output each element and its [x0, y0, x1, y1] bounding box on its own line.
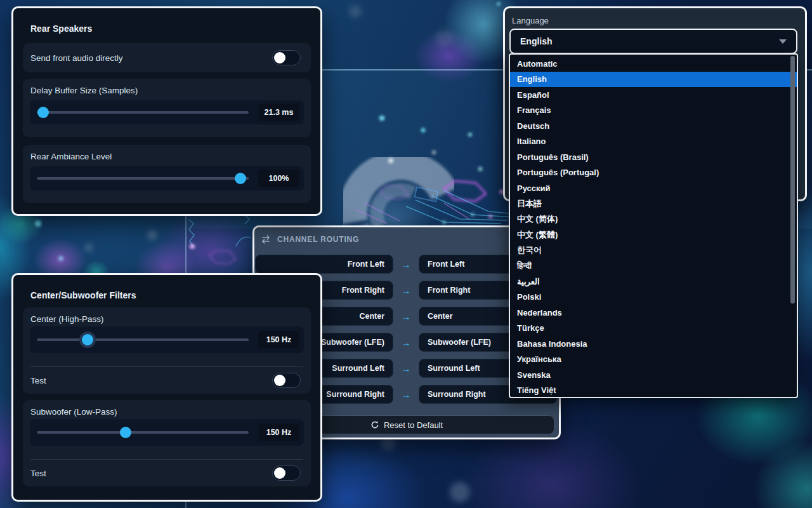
rear-speakers-title: Rear Speakers [30, 23, 92, 34]
language-option[interactable]: Español [510, 87, 797, 103]
center-highpass-slider-thumb[interactable] [82, 334, 93, 345]
rear-ambiance-value: 100% [258, 170, 299, 187]
language-option[interactable]: Русский [510, 180, 797, 196]
rear-ambiance-slider-thumb[interactable] [235, 173, 246, 184]
language-option[interactable]: Deutsch [510, 118, 797, 134]
routing-arrow-icon: → [396, 255, 416, 274]
subwoofer-test-label: Test [30, 469, 46, 478]
language-select[interactable]: English [509, 29, 797, 54]
center-highpass-slider[interactable] [37, 338, 249, 341]
language-option[interactable]: Português (Portugal) [510, 165, 797, 181]
language-option[interactable]: Polski [510, 290, 797, 305]
subwoofer-test-toggle[interactable] [272, 465, 301, 481]
language-option[interactable]: Українська [510, 352, 797, 368]
center-highpass-label: Center (High-Pass) [30, 314, 104, 324]
subwoofer-lowpass-slider[interactable] [37, 431, 249, 434]
toggle-knob [274, 375, 285, 386]
delay-buffer-value: 21.3 ms [258, 104, 299, 121]
routing-arrow-icon: → [396, 385, 416, 404]
language-option[interactable]: Svenska [510, 367, 797, 383]
delay-buffer-label: Delay Buffer Size (Samples) [30, 86, 138, 95]
filters-title: Center/Subwoofer Filters [30, 290, 136, 300]
divider [30, 459, 303, 460]
language-option[interactable]: العربية [510, 274, 797, 290]
language-option[interactable]: Tiếng Việt [510, 383, 797, 399]
language-option[interactable]: 中文 (简体) [510, 211, 797, 227]
subwoofer-test-row: Test [23, 461, 311, 485]
delay-buffer-slider[interactable] [37, 111, 249, 114]
channel-routing-header: CHANNEL ROUTING [260, 234, 359, 245]
send-front-audio-row: Send front audio directly [23, 43, 311, 72]
send-front-audio-label: Send front audio directly [30, 53, 123, 63]
rear-ambiance-slider[interactable] [37, 177, 249, 180]
routing-arrow-icon: → [396, 307, 416, 326]
language-option[interactable]: Nederlands [510, 305, 797, 321]
delay-buffer-card: Delay Buffer Size (Samples) 21.3 ms [23, 79, 311, 137]
routing-arrow-icon: → [396, 333, 416, 352]
send-front-audio-toggle[interactable] [272, 50, 301, 65]
language-dropdown-list: AutomaticEnglishEspañolFrançaisDeutschIt… [509, 53, 798, 398]
routing-arrow-icon: → [396, 281, 416, 300]
subwoofer-lowpass-slider-thumb[interactable] [120, 427, 131, 438]
toggle-knob [274, 467, 285, 479]
center-highpass-slider-box: 150 Hz [30, 326, 304, 353]
subwoofer-lowpass-card: Subwoofer (Low-Pass) 150 Hz Test [23, 400, 311, 486]
language-option[interactable]: हिन्दी [510, 258, 797, 274]
language-selected-value: English [520, 36, 553, 46]
delay-buffer-slider-box: 21.3 ms [30, 100, 304, 124]
rear-ambiance-label: Rear Ambiance Level [30, 152, 112, 161]
center-subwoofer-filters-panel: Center/Subwoofer Filters Center (High-Pa… [11, 273, 322, 502]
language-option[interactable]: Bahasa Indonesia [510, 336, 797, 352]
language-option[interactable]: 日本語 [510, 196, 797, 212]
desktop: CHANNEL ROUTING Front Left→Front LeftFro… [0, 0, 812, 508]
center-test-row: Test [23, 368, 311, 392]
reset-to-default-label: Reset to Default [384, 420, 443, 430]
language-option[interactable]: Italiano [510, 134, 797, 150]
subwoofer-lowpass-slider-box: 150 Hz [30, 419, 304, 446]
language-option[interactable]: Automatic [510, 56, 797, 72]
channel-routing-title: CHANNEL ROUTING [277, 235, 359, 244]
toggle-knob [274, 52, 285, 64]
language-options: AutomaticEnglishEspañolFrançaisDeutschIt… [510, 55, 797, 398]
language-option[interactable]: Français [510, 103, 797, 119]
language-option[interactable]: 中文 (繁體) [510, 227, 797, 243]
delay-buffer-slider-thumb[interactable] [37, 107, 49, 118]
subwoofer-lowpass-label: Subwoofer (Low-Pass) [30, 407, 117, 417]
swap-arrows-icon [260, 234, 272, 245]
language-label: Language [512, 16, 549, 25]
subwoofer-lowpass-value: 150 Hz [258, 424, 299, 441]
center-highpass-value: 150 Hz [258, 331, 299, 349]
rear-speakers-panel: Rear Speakers Send front audio directly … [11, 6, 322, 216]
divider [30, 366, 303, 367]
language-option[interactable]: Português (Brasil) [510, 149, 797, 165]
center-highpass-card: Center (High-Pass) 150 Hz Test [23, 307, 311, 394]
chevron-down-icon [779, 39, 787, 44]
rear-ambiance-card: Rear Ambiance Level 100% [23, 145, 311, 203]
language-option[interactable]: 한국어 [510, 243, 797, 258]
dropdown-scrollbar-thumb[interactable] [790, 56, 795, 304]
language-option[interactable]: English [510, 72, 797, 88]
routing-source-button[interactable]: Front Left [255, 255, 393, 274]
rear-ambiance-slider-box: 100% [30, 166, 304, 190]
language-option[interactable]: Türkçe [510, 321, 797, 337]
routing-arrow-icon: → [396, 359, 416, 378]
refresh-icon [370, 420, 379, 429]
center-test-label: Test [30, 376, 46, 385]
center-test-toggle[interactable] [272, 373, 301, 388]
